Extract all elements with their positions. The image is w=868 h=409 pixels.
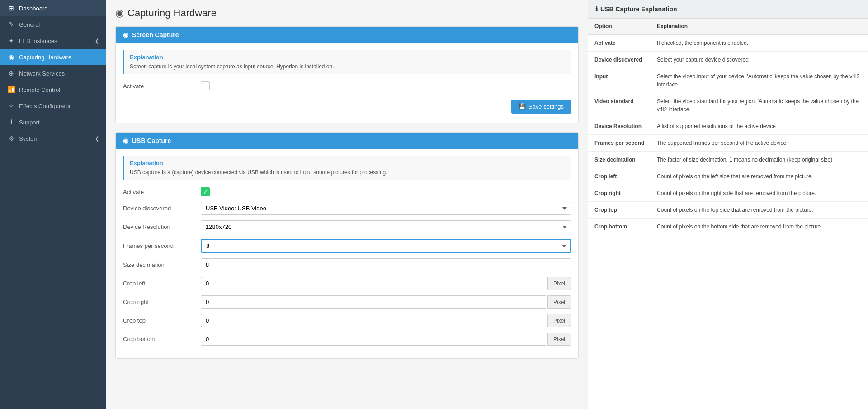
screen-capture-header: ◉ Screen Capture xyxy=(116,27,578,43)
table-row: Crop bottom Count of pixels on the botto… xyxy=(588,219,868,235)
usb-capture-header-label: USB Capture xyxy=(132,137,171,144)
save-icon: 💾 xyxy=(519,103,526,110)
sidebar-icon-led-instances: ✦ xyxy=(7,37,15,44)
sidebar-label-dashboard: Dashboard xyxy=(19,5,48,12)
sidebar-icon-general: ✎ xyxy=(7,21,15,28)
usb-size-decimation-input[interactable] xyxy=(201,258,571,271)
explanation-cell: Select the video standard for your regio… xyxy=(651,93,868,118)
usb-fps-row: Frames per second 8152430 xyxy=(123,239,571,253)
screen-capture-activate-checkbox[interactable] xyxy=(201,81,210,90)
usb-crop-right-label: Crop right xyxy=(123,299,195,305)
page-title: ◉ Capturing Hardware xyxy=(115,7,579,19)
option-cell: Crop right xyxy=(588,185,651,202)
usb-capture-exp-text: USB capture is a (capture) device connec… xyxy=(130,168,566,176)
usb-device-resolution-label: Device Resolution xyxy=(123,224,195,230)
usb-crop-bottom-input-group: Pixel xyxy=(201,333,571,346)
page-title-icon: ◉ xyxy=(115,7,124,19)
usb-activate-checkbox[interactable]: ✓ xyxy=(201,187,210,196)
sidebar-item-dashboard[interactable]: ⊞ Dashboard xyxy=(0,0,106,16)
option-cell: Crop left xyxy=(588,168,651,185)
option-cell: Crop top xyxy=(588,202,651,219)
option-cell: Input xyxy=(588,68,651,93)
sidebar-item-support[interactable]: ℹ Support xyxy=(0,114,106,130)
explanation-cell: Count of pixels on the left side that ar… xyxy=(651,168,868,185)
table-row: Video standard Select the video standard… xyxy=(588,93,868,118)
sidebar-label-led-instances: LED Instances xyxy=(19,38,57,44)
right-panel: ℹ USB Capture Explanation Option Explana… xyxy=(588,0,868,409)
usb-crop-top-row: Crop top Pixel xyxy=(123,314,571,327)
usb-fps-label: Frames per second xyxy=(123,243,195,249)
sidebar-icon-support: ℹ xyxy=(7,119,15,126)
page-title-text: Capturing Hardware xyxy=(127,7,217,19)
usb-capture-exp-title: Explanation xyxy=(130,160,566,166)
sidebar-label-general: General xyxy=(19,21,40,28)
explanation-cell: The factor of size decimation. 1 means n… xyxy=(651,152,868,168)
screen-capture-save-row: 💾 Save settings xyxy=(123,96,571,115)
usb-activate-row: Activate ✓ xyxy=(123,187,571,196)
usb-crop-left-pixel-btn[interactable]: Pixel xyxy=(547,277,571,290)
screen-capture-save-label: Save settings xyxy=(528,103,564,110)
option-cell: Device discovered xyxy=(588,52,651,68)
usb-device-discovered-row: Device discovered USB Video: USB Video xyxy=(123,202,571,215)
usb-device-discovered-label: Device discovered xyxy=(123,205,195,212)
sidebar-label-remote-control: Remote Control xyxy=(19,86,60,93)
usb-size-decimation-row: Size decimation xyxy=(123,258,571,271)
col-explanation-header: Explanation xyxy=(651,19,868,34)
explanation-cell: A list of supported resolutions of the a… xyxy=(651,118,868,135)
sidebar-icon-dashboard: ⊞ xyxy=(7,5,15,12)
sidebar-item-general[interactable]: ✎ General xyxy=(0,16,106,33)
usb-crop-bottom-pixel-btn[interactable]: Pixel xyxy=(547,333,571,346)
sidebar-label-support: Support xyxy=(19,119,40,126)
usb-capture-header: ◉ USB Capture xyxy=(116,133,578,149)
usb-size-decimation-label: Size decimation xyxy=(123,262,195,268)
center-panel: ◉ Capturing Hardware ◉ Screen Capture Ex… xyxy=(106,0,588,409)
sidebar-label-effects-configurator: Effects Configurator xyxy=(19,103,71,109)
sidebar-chevron-led-instances: ❮ xyxy=(95,38,99,44)
screen-capture-explanation: Explanation Screen capture is your local… xyxy=(123,50,571,74)
sidebar-item-capturing-hardware[interactable]: ◉ Capturing Hardware xyxy=(0,49,106,65)
table-row: Frames per second The supported frames p… xyxy=(588,135,868,152)
option-cell: Activate xyxy=(588,34,651,52)
sidebar-item-effects-configurator[interactable]: ✧ Effects Configurator xyxy=(0,98,106,114)
table-row: Device Resolution A list of supported re… xyxy=(588,118,868,135)
usb-crop-top-input[interactable] xyxy=(201,314,546,327)
usb-device-discovered-select[interactable]: USB Video: USB Video xyxy=(201,202,571,215)
sidebar-item-led-instances[interactable]: ✦ LED Instances ❮ xyxy=(0,33,106,49)
explanation-cell: Count of pixels on the bottom side that … xyxy=(651,219,868,235)
table-row: Crop right Count of pixels on the right … xyxy=(588,185,868,202)
usb-crop-right-input-group: Pixel xyxy=(201,295,571,309)
sidebar-item-network-services[interactable]: ⊕ Network Services xyxy=(0,65,106,81)
explanation-cell: Count of pixels on the top side that are… xyxy=(651,202,868,219)
usb-device-resolution-row: Device Resolution 1280x7201920x1080640x4… xyxy=(123,220,571,233)
sidebar-item-remote-control[interactable]: 📶 Remote Control xyxy=(0,81,106,98)
usb-crop-right-pixel-btn[interactable]: Pixel xyxy=(547,295,571,309)
usb-crop-right-row: Crop right Pixel xyxy=(123,295,571,309)
table-row: Input Select the video input of your dev… xyxy=(588,68,868,93)
usb-device-resolution-select[interactable]: 1280x7201920x1080640x480 xyxy=(201,220,571,233)
explanation-cell: Select the video input of your device. '… xyxy=(651,68,868,93)
right-panel-title: USB Capture Explanation xyxy=(600,5,677,13)
usb-crop-right-input[interactable] xyxy=(201,295,546,309)
screen-capture-save-button[interactable]: 💾 Save settings xyxy=(511,100,571,114)
col-option-header: Option xyxy=(588,19,651,34)
option-cell: Size decimation xyxy=(588,152,651,168)
explanation-cell: Select your capture device discovered xyxy=(651,52,868,68)
table-row: Activate If checked, the component is en… xyxy=(588,34,868,52)
usb-fps-select[interactable]: 8152430 xyxy=(201,239,571,253)
right-panel-icon: ℹ xyxy=(595,5,598,13)
screen-capture-activate-label: Activate xyxy=(123,83,195,90)
sidebar-icon-effects-configurator: ✧ xyxy=(7,102,15,109)
usb-crop-left-row: Crop left Pixel xyxy=(123,277,571,290)
sidebar: ⊞ Dashboard ✎ General ✦ LED Instances ❮ … xyxy=(0,0,106,409)
usb-crop-left-input[interactable] xyxy=(201,277,546,290)
usb-crop-bottom-input[interactable] xyxy=(201,333,546,346)
usb-crop-bottom-row: Crop bottom Pixel xyxy=(123,333,571,346)
sidebar-item-system[interactable]: ⚙ System ❮ xyxy=(0,130,106,147)
usb-crop-top-pixel-btn[interactable]: Pixel xyxy=(547,314,571,327)
option-cell: Video standard xyxy=(588,93,651,118)
usb-capture-card: ◉ USB Capture Explanation USB capture is… xyxy=(115,132,579,359)
table-row: Size decimation The factor of size decim… xyxy=(588,152,868,168)
explanation-cell: Count of pixels on the right side that a… xyxy=(651,185,868,202)
usb-crop-top-label: Crop top xyxy=(123,317,195,324)
option-cell: Device Resolution xyxy=(588,118,651,135)
